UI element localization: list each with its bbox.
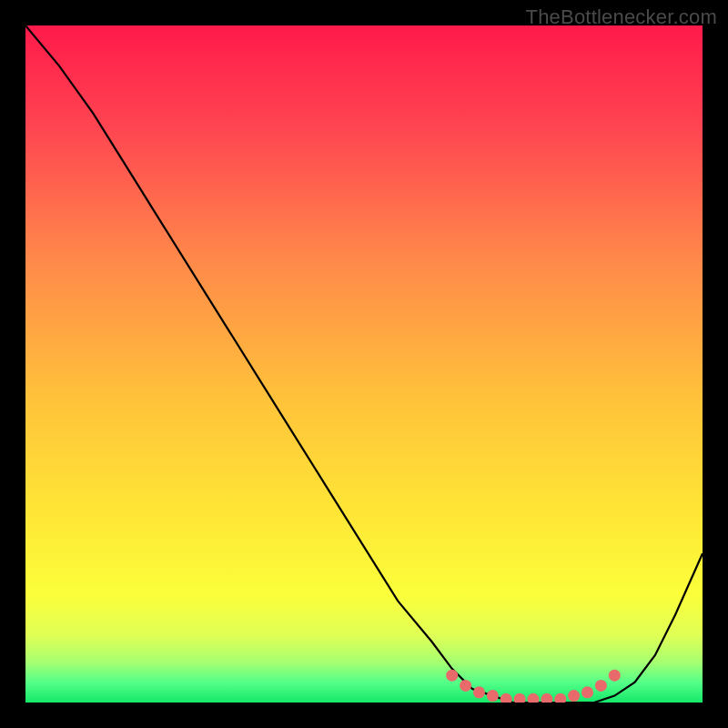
chart-container: TheBottlenecker.com bbox=[0, 0, 728, 728]
optimal-marker bbox=[528, 693, 540, 703]
optimal-marker bbox=[609, 670, 621, 682]
optimal-markers-group bbox=[446, 670, 621, 703]
optimal-marker bbox=[541, 693, 552, 703]
optimal-marker bbox=[568, 690, 580, 702]
curve-layer bbox=[25, 25, 703, 703]
optimal-marker bbox=[595, 680, 607, 692]
optimal-marker bbox=[487, 690, 499, 702]
optimal-marker bbox=[554, 693, 566, 703]
bottleneck-curve-path bbox=[25, 25, 703, 703]
optimal-marker bbox=[460, 680, 471, 692]
optimal-marker bbox=[581, 686, 593, 698]
optimal-marker bbox=[500, 693, 512, 703]
watermark-text: TheBottlenecker.com bbox=[526, 5, 717, 29]
optimal-marker bbox=[446, 670, 458, 682]
optimal-marker bbox=[473, 686, 485, 698]
plot-area bbox=[25, 25, 703, 703]
optimal-marker bbox=[514, 693, 526, 703]
